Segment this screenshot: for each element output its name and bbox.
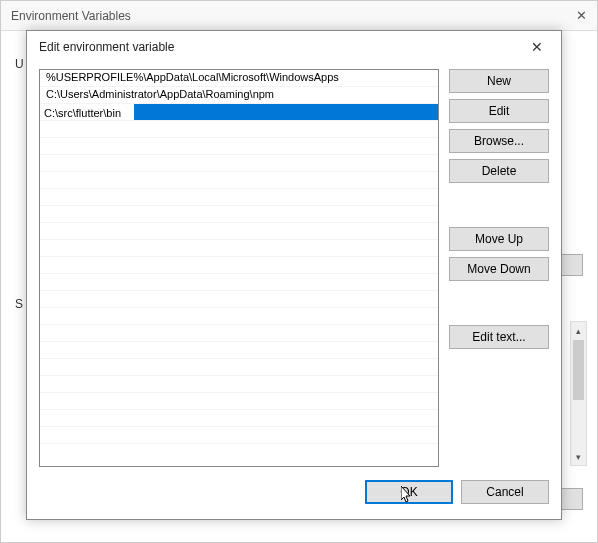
scroll-up-icon[interactable]: ▴ — [571, 322, 586, 339]
list-item-empty[interactable] — [40, 308, 438, 325]
dialog-titlebar: Edit environment variable ✕ — [27, 31, 561, 63]
list-item-empty[interactable] — [40, 189, 438, 206]
delete-button[interactable]: Delete — [449, 159, 549, 183]
list-item-empty[interactable] — [40, 325, 438, 342]
parent-title: Environment Variables — [11, 9, 131, 23]
list-item-editing[interactable] — [40, 104, 438, 121]
bg-letter-s: S — [15, 297, 23, 311]
scroll-down-icon[interactable]: ▾ — [571, 448, 586, 465]
ok-button[interactable]: OK — [365, 480, 453, 504]
list-item-empty[interactable] — [40, 138, 438, 155]
close-icon: ✕ — [531, 39, 543, 55]
edit-env-dialog: Edit environment variable ✕ %USERPROFILE… — [26, 30, 562, 520]
side-button-column: New Edit Browse... Delete Move Up Move D… — [449, 69, 549, 467]
list-item-empty[interactable] — [40, 121, 438, 138]
path-edit-input[interactable] — [40, 104, 134, 121]
list-item-empty[interactable] — [40, 342, 438, 359]
bg-scrollbar[interactable]: ▴ ▾ — [570, 321, 587, 466]
list-item-empty[interactable] — [40, 359, 438, 376]
list-item-empty[interactable] — [40, 155, 438, 172]
parent-titlebar: Environment Variables ✕ — [1, 1, 597, 31]
dialog-body: %USERPROFILE%\AppData\Local\Microsoft\Wi… — [27, 63, 561, 475]
list-item[interactable]: C:\Users\Administrator\AppData\Roaming\n… — [40, 87, 438, 104]
list-item-empty[interactable] — [40, 393, 438, 410]
spacer — [449, 287, 549, 319]
spacer — [449, 189, 549, 221]
edit-text-button[interactable]: Edit text... — [449, 325, 549, 349]
browse-button[interactable]: Browse... — [449, 129, 549, 153]
close-button[interactable]: ✕ — [517, 33, 557, 61]
edit-button[interactable]: Edit — [449, 99, 549, 123]
list-item-empty[interactable] — [40, 257, 438, 274]
cancel-button[interactable]: Cancel — [461, 480, 549, 504]
list-item-empty[interactable] — [40, 172, 438, 189]
scroll-thumb[interactable] — [573, 340, 584, 400]
list-item-empty[interactable] — [40, 240, 438, 257]
dialog-title: Edit environment variable — [39, 40, 174, 54]
list-item-empty[interactable] — [40, 427, 438, 444]
list-item-empty[interactable] — [40, 291, 438, 308]
bg-letter-u: U — [15, 57, 24, 71]
move-down-button[interactable]: Move Down — [449, 257, 549, 281]
dialog-footer: OK Cancel — [27, 475, 561, 519]
list-item-empty[interactable] — [40, 223, 438, 240]
list-item-empty[interactable] — [40, 206, 438, 223]
list-item-empty[interactable] — [40, 274, 438, 291]
list-item-empty[interactable] — [40, 376, 438, 393]
list-item-empty[interactable] — [40, 410, 438, 427]
path-list[interactable]: %USERPROFILE%\AppData\Local\Microsoft\Wi… — [39, 69, 439, 467]
new-button[interactable]: New — [449, 69, 549, 93]
list-item[interactable]: %USERPROFILE%\AppData\Local\Microsoft\Wi… — [40, 70, 438, 87]
move-up-button[interactable]: Move Up — [449, 227, 549, 251]
close-icon[interactable]: ✕ — [576, 8, 587, 23]
